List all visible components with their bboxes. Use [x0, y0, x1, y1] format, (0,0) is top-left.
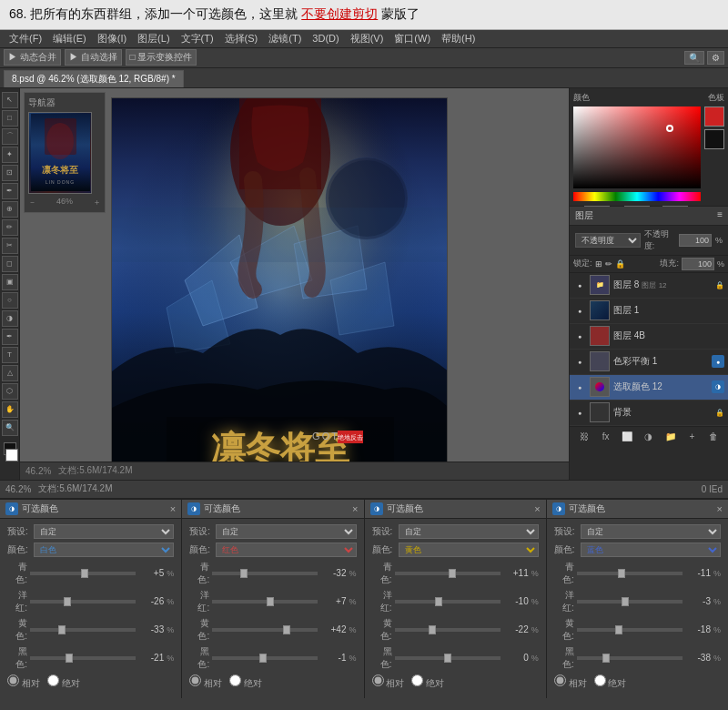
adj-close-blue[interactable]: × — [717, 503, 723, 514]
lock-icon-all[interactable]: 🔒 — [615, 259, 625, 269]
adj-color-select-yellow[interactable]: 黄色 — [399, 543, 539, 557]
menu-3d[interactable]: 3D(D) — [307, 33, 344, 44]
layer-eye-4b[interactable] — [573, 330, 586, 342]
document-tab[interactable]: 8.psd @ 46.2% (选取颜色 12, RGB/8#) * — [4, 70, 184, 87]
radio-absolute-3[interactable]: 绝对 — [411, 674, 444, 690]
layer-item-bg[interactable]: 背景 🔒 — [570, 401, 728, 426]
tool-move[interactable]: ↖ — [2, 92, 18, 108]
layer-item-4b[interactable]: 图层 4B — [570, 324, 728, 350]
delete-layer-btn[interactable]: 🗑 — [706, 430, 721, 444]
menu-edit[interactable]: 编辑(E) — [47, 32, 92, 46]
slider-blk-track-1[interactable] — [30, 653, 136, 664]
radio-absolute-4[interactable]: 绝对 — [594, 674, 627, 690]
radio-absolute-1[interactable]: 绝对 — [47, 674, 80, 690]
add-mask-btn[interactable]: ⬜ — [620, 430, 634, 444]
tool-blur[interactable]: ○ — [2, 292, 18, 309]
foreground-color[interactable] — [704, 106, 724, 127]
background-color[interactable] — [704, 129, 724, 149]
adj-color-select-blue[interactable]: 蓝色 — [581, 543, 721, 557]
toolbar-btn-1[interactable]: ▶ 动态合并 — [4, 49, 61, 66]
slider-cyan-track-1[interactable] — [30, 568, 136, 579]
slider-yel-track-1[interactable] — [30, 624, 136, 635]
adj-close-white[interactable]: × — [170, 503, 176, 514]
thumbnail-zoom-in[interactable]: ＋ — [93, 197, 101, 208]
layers-expand[interactable]: ≡ — [717, 209, 723, 222]
layer-eye-1[interactable] — [573, 304, 586, 317]
lock-icon-move[interactable]: ⊞ — [595, 259, 602, 269]
slider-blk-track-4[interactable] — [577, 653, 682, 664]
menu-help[interactable]: 帮助(H) — [436, 32, 480, 46]
slider-yel-track-3[interactable] — [395, 624, 500, 635]
tool-eyedropper[interactable]: ✒ — [2, 183, 18, 199]
slider-cyan-track-2[interactable] — [212, 568, 318, 579]
tool-crop[interactable]: ⊡ — [2, 165, 18, 181]
menu-window[interactable]: 窗口(W) — [389, 32, 436, 46]
adj-close-yellow[interactable]: × — [534, 503, 540, 514]
layer-item-group[interactable]: 📁 图层 8 图层 12 🔒 — [570, 273, 728, 299]
slider-blk-track-2[interactable] — [212, 653, 318, 664]
radio-relative-1[interactable]: 相对 — [7, 674, 40, 690]
tool-select-rect[interactable]: □ — [2, 110, 18, 127]
layer-eye-group[interactable] — [573, 279, 586, 291]
adj-color-select-red[interactable]: 红色 — [216, 543, 356, 557]
tool-type[interactable]: T — [2, 347, 18, 363]
tool-hand[interactable]: ✋ — [2, 401, 18, 418]
link-layers-btn[interactable]: ⛓ — [577, 430, 592, 444]
adj-color-select-white[interactable]: 白色 — [34, 543, 174, 557]
menu-file[interactable]: 文件(F) — [4, 32, 47, 46]
adj-preset-select-red[interactable]: 自定 — [216, 524, 356, 539]
radio-relative-3[interactable]: 相对 — [372, 674, 405, 690]
radio-relative-2[interactable]: 相对 — [189, 674, 222, 690]
slider-mag-track-3[interactable] — [395, 596, 500, 607]
thumbnail-zoom-out[interactable]: － — [28, 197, 36, 208]
menu-layer[interactable]: 图层(L) — [132, 32, 175, 46]
tool-clone[interactable]: ✂ — [2, 238, 18, 254]
new-layer-btn[interactable]: + — [684, 430, 699, 444]
slider-blk-track-3[interactable] — [395, 653, 500, 664]
layer-item-1[interactable]: 图层 1 — [570, 299, 728, 324]
adj-close-red[interactable]: × — [352, 503, 358, 514]
tool-lasso[interactable]: ⌒ — [2, 128, 18, 145]
lock-icon-paint[interactable]: ✏ — [605, 259, 612, 269]
tool-magic-wand[interactable]: ✦ — [2, 147, 18, 163]
adj-preset-select-blue[interactable]: 自定 — [581, 524, 721, 539]
radio-absolute-2[interactable]: 绝对 — [229, 674, 262, 690]
menu-select[interactable]: 选择(S) — [219, 32, 264, 46]
blend-mode-select[interactable]: 不透明度 — [575, 233, 641, 248]
menu-text[interactable]: 文字(T) — [176, 32, 219, 46]
menu-filter[interactable]: 滤镜(T) — [263, 32, 307, 46]
toolbar-settings[interactable]: ⚙ — [707, 51, 724, 65]
add-style-btn[interactable]: fx — [599, 430, 613, 444]
layer-item-4a[interactable]: 色彩平衡 1 ● — [570, 350, 728, 375]
adj-preset-select-yellow[interactable]: 自定 — [399, 524, 539, 539]
tool-shape[interactable]: ⬡ — [2, 383, 18, 400]
tool-pen[interactable]: ✒ — [2, 329, 18, 345]
slider-yel-track-2[interactable] — [212, 624, 318, 635]
fill-input[interactable] — [682, 258, 714, 270]
adj-preset-select-white[interactable]: 自定 — [34, 524, 174, 539]
toolbar-btn-3[interactable]: □ 显示变换控件 — [126, 49, 197, 66]
menu-image[interactable]: 图像(I) — [92, 32, 132, 46]
color-hue-bar[interactable] — [573, 192, 701, 201]
layer-eye-4a[interactable] — [573, 355, 586, 368]
opacity-input[interactable] — [679, 234, 712, 247]
tool-brush[interactable]: ✏ — [2, 219, 18, 236]
toolbar-search[interactable]: 🔍 — [684, 51, 704, 65]
tool-dodge[interactable]: ◑ — [2, 310, 18, 327]
layer-eye-sc[interactable] — [573, 380, 586, 393]
slider-cyan-track-4[interactable] — [577, 568, 682, 579]
tool-path[interactable]: △ — [2, 365, 18, 381]
new-adj-btn[interactable]: ◑ — [642, 430, 656, 444]
color-picker-cursor[interactable] — [666, 125, 673, 132]
radio-relative-4[interactable]: 相对 — [554, 674, 587, 690]
slider-cyan-track-3[interactable] — [395, 568, 500, 579]
tool-eraser[interactable]: ◻ — [2, 256, 18, 272]
tool-patch[interactable]: ⊕ — [2, 201, 18, 218]
layer-eye-bg[interactable] — [573, 406, 586, 419]
slider-mag-track-2[interactable] — [212, 596, 318, 607]
tool-zoom[interactable]: 🔍 — [2, 420, 18, 436]
tool-gradient[interactable]: ▣ — [2, 274, 18, 290]
menu-view[interactable]: 视图(V) — [345, 32, 389, 46]
color-spectrum[interactable] — [573, 106, 701, 188]
new-group-btn[interactable]: 📁 — [663, 430, 678, 444]
